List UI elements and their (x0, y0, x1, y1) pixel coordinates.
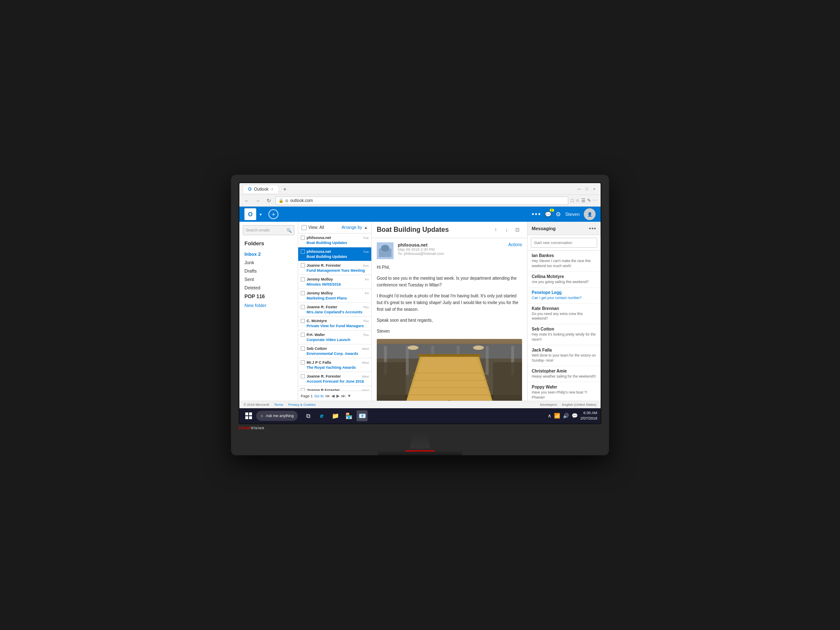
email-item[interactable]: C. McIntyre Thu Private View for Fund Ma… (298, 317, 371, 331)
select-all-checkbox[interactable] (302, 225, 307, 230)
header-icons: 💬 2 ⚙ Steven 👤 (545, 208, 596, 220)
messaging-button[interactable]: 💬 2 (545, 210, 551, 218)
system-clock[interactable]: 6:30 AM 2/07/2018 (580, 410, 597, 421)
taskbar-search[interactable]: ○ Ask me anything (256, 411, 298, 421)
email-content: Boat Building Updates ↑ ↓ ⊡ (372, 222, 527, 401)
email-date: Sun (363, 264, 369, 268)
store-icon[interactable]: 🏪 (343, 410, 354, 421)
scroll-down-icon[interactable]: ▼ (347, 394, 352, 398)
hub-icon[interactable]: ☰ (581, 198, 585, 203)
msg-item-seb-cotton[interactable]: Seb Cotton Hey mate it's looking pretty … (528, 324, 601, 345)
email-item[interactable]: Joanne R.Forester Wed May's Figures (298, 386, 371, 391)
task-view-button[interactable]: ⧉ (303, 410, 314, 421)
messaging-options-button[interactable]: ••• (589, 225, 596, 232)
close-button[interactable]: × (591, 186, 597, 192)
sidebar-item-junk[interactable]: Junk (239, 258, 298, 267)
start-button[interactable] (243, 410, 255, 422)
address-input[interactable]: 🔒 ⊙ outlook.com (276, 197, 568, 205)
msg-item-cellina-mcintyre[interactable]: Cellina McIntyre Are you going sailing t… (528, 272, 601, 288)
prev-page-button[interactable]: ◀ (331, 394, 335, 398)
reader-icon[interactable]: □ (571, 198, 574, 203)
footer-developers[interactable]: Developers (540, 403, 557, 407)
footer-terms[interactable]: Terms (274, 403, 284, 407)
back-button[interactable]: ← (243, 198, 251, 204)
volume-icon[interactable]: 🔊 (563, 413, 569, 419)
email-checkbox[interactable] (301, 263, 305, 268)
user-avatar[interactable]: 👤 (584, 208, 596, 220)
email-checkbox[interactable] (301, 374, 305, 378)
compose-button[interactable]: + (268, 209, 278, 219)
scroll-up-icon[interactable]: ▲ (364, 225, 368, 230)
msg-item-jack-falla[interactable]: Jack Falla Well done to your team for th… (528, 345, 601, 366)
email-checkbox[interactable] (301, 346, 305, 351)
forward-button[interactable]: ↓ (502, 225, 511, 234)
email-item[interactable]: Joanne R. Forester Wed Account Forecast … (298, 372, 371, 386)
header-dropdown[interactable]: ▾ (260, 212, 262, 217)
forward-button[interactable]: → (254, 198, 262, 204)
email-item[interactable]: philsousa.net Tue Boat Building Updates (298, 234, 371, 247)
header-dots[interactable]: ••• (532, 210, 541, 218)
search-box[interactable]: Search emails 🔍 (243, 225, 294, 235)
email-subject: Corporate Video Launch (301, 338, 369, 342)
email-checkbox[interactable] (301, 249, 305, 254)
msg-item-kate-brennan[interactable]: Kate Brennan Do you need any extra crew … (528, 304, 601, 325)
reply-button[interactable]: ↑ (491, 225, 500, 234)
email-item[interactable]: Mr.J P C Falla Wed The Royal Yachting Aw… (298, 358, 371, 372)
last-page-button[interactable]: ⏭ (341, 394, 346, 398)
msg-item-ian-bankes[interactable]: Ian Bankes Hey Steven I can't make the r… (528, 251, 601, 272)
email-item[interactable]: Joanne R. Forester Sun Fund Management T… (298, 261, 371, 275)
email-item[interactable]: P.H. Wafer Thu Corporate Video Launch (298, 331, 371, 344)
msg-item-penelope-legg[interactable]: Penelope Legg Can I get your contact num… (528, 288, 601, 304)
new-conversation-input[interactable] (531, 238, 597, 248)
edge-icon[interactable]: e (316, 410, 327, 421)
email-checkbox[interactable] (301, 319, 305, 323)
search-icon[interactable]: 🔍 (286, 228, 291, 233)
chat-icon[interactable]: 💬 (572, 413, 578, 419)
msg-preview: Well done to your team for the victory o… (532, 353, 596, 363)
minimize-button[interactable]: — (576, 186, 582, 192)
email-item[interactable]: Jeremy Molloy Fri Marketing Event Plans (298, 289, 371, 303)
expand-tray-icon[interactable]: ∧ (548, 413, 551, 419)
archive-button[interactable]: ⊡ (513, 225, 522, 234)
email-checkbox[interactable] (301, 277, 305, 281)
email-checkbox[interactable] (301, 236, 305, 240)
settings-icon[interactable]: ⚙ (556, 211, 561, 218)
arrange-by-button[interactable]: Arrange by (341, 225, 362, 230)
msg-item-poppy-wafer[interactable]: Poppy Wafer Have you seen Philip's new b… (528, 382, 601, 401)
refresh-button[interactable]: ↻ (265, 198, 273, 204)
favorites-icon[interactable]: ☆ (575, 198, 580, 203)
email-body: philsousa.net May 09 2018 2:30 PM To: ph… (372, 238, 527, 401)
share-icon[interactable]: ⋯ (593, 198, 597, 203)
new-folder-link[interactable]: New folder (239, 301, 298, 310)
email-item[interactable]: philsousa.net Tue Boat Building Updates (298, 247, 371, 261)
email-checkbox[interactable] (301, 291, 305, 295)
sidebar-item-deleted[interactable]: Deleted (239, 284, 298, 292)
email-checkbox[interactable] (301, 305, 305, 309)
email-item[interactable]: Seb Cotton Wed Environmental Corp. Award… (298, 344, 371, 358)
msg-item-christopher-amie[interactable]: Christopher Amie Heavy weather sailing f… (528, 366, 601, 382)
maximize-button[interactable]: □ (584, 186, 590, 192)
sidebar-item-inbox[interactable]: Inbox 2 (239, 250, 298, 258)
email-checkbox[interactable] (301, 360, 305, 365)
next-page-button[interactable]: ▶ (336, 394, 340, 398)
footer-privacy[interactable]: Privacy & Cookies (288, 403, 315, 407)
new-tab-button[interactable]: + (281, 186, 288, 192)
outlook-taskbar-icon[interactable]: 📧 (357, 410, 368, 421)
browser-tab[interactable]: O Outlook × (243, 185, 279, 193)
sidebar-item-sent[interactable]: Sent (239, 275, 298, 284)
tab-close-icon[interactable]: × (271, 187, 273, 192)
email-checkbox[interactable] (301, 388, 305, 391)
sidebar-item-drafts[interactable]: Drafts (239, 267, 298, 275)
notes-icon[interactable]: ✎ (587, 198, 591, 203)
file-explorer-icon[interactable]: 📁 (330, 410, 341, 421)
goto-label[interactable]: Go to (315, 394, 324, 398)
network-icon[interactable]: 📶 (554, 413, 560, 419)
sidebar-item-pop[interactable]: POP 116 (239, 292, 298, 301)
email-item[interactable]: Jeremy Molloy Fri Minutes 06/05/2016 (298, 275, 371, 289)
email-item[interactable]: Joanne R. Foster Thu Mrs.Jane Copeland's… (298, 303, 371, 317)
first-page-button[interactable]: ⏮ (326, 394, 330, 398)
actions-link[interactable]: Actions (508, 242, 522, 247)
msg-preview: Hey Steven I can't make the race this we… (532, 259, 596, 269)
user-name-label[interactable]: Steven (565, 212, 580, 217)
email-checkbox[interactable] (301, 333, 305, 337)
